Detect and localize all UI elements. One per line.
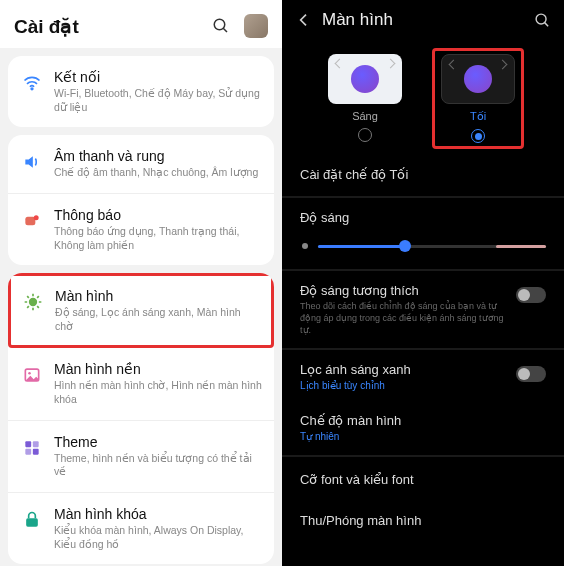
svg-rect-18 — [25, 449, 31, 455]
row-title: Kết nối — [54, 69, 262, 85]
mode-light-label: Sáng — [352, 110, 378, 122]
row-subtitle: Thông báo ứng dụng, Thanh trạng thái, Kh… — [54, 225, 262, 252]
bluelight-title: Lọc ánh sáng xanh — [300, 362, 508, 377]
settings-row[interactable]: Màn hìnhĐộ sáng, Lọc ánh sáng xanh, Màn … — [8, 273, 274, 348]
settings-row[interactable]: Âm thanh và rungChế độ âm thanh, Nhạc ch… — [8, 135, 274, 194]
settings-group: Âm thanh và rungChế độ âm thanh, Nhạc ch… — [8, 135, 274, 265]
settings-row[interactable]: Kết nốiWi-Fi, Bluetooth, Chế độ Máy bay,… — [8, 56, 274, 127]
settings-row[interactable]: Màn hình khóaKiểu khóa màn hình, Always … — [8, 493, 274, 564]
svg-rect-19 — [33, 449, 39, 455]
wallpaper-icon — [20, 363, 44, 387]
row-subtitle: Wi-Fi, Bluetooth, Chế độ Máy bay, Sử dụn… — [54, 87, 262, 114]
page-title: Cài đặt — [14, 15, 198, 38]
wifi-icon — [20, 71, 44, 95]
settings-row[interactable]: Thông báoThông báo ứng dụng, Thanh trạng… — [8, 194, 274, 265]
svg-point-15 — [28, 373, 31, 376]
svg-line-1 — [223, 28, 227, 32]
detail-title: Màn hình — [322, 10, 532, 30]
brightness-slider[interactable] — [300, 239, 546, 253]
dark-mode-settings-link[interactable]: Cài đặt chế độ Tối — [282, 155, 564, 194]
light-preview — [328, 54, 402, 104]
theme-mode-selector: Sáng Tối — [282, 40, 564, 155]
svg-point-21 — [536, 14, 546, 24]
settings-group: Màn hìnhĐộ sáng, Lọc ánh sáng xanh, Màn … — [8, 273, 274, 564]
back-icon[interactable] — [294, 10, 314, 30]
settings-header: Cài đặt — [0, 0, 282, 48]
notify-icon — [20, 209, 44, 233]
brightness-icon — [21, 290, 45, 314]
theme-icon — [20, 436, 44, 460]
row-subtitle: Hình nền màn hình chờ, Hình nền màn hình… — [54, 379, 262, 406]
svg-point-5 — [30, 299, 37, 306]
font-row[interactable]: Cỡ font và kiểu font — [282, 459, 564, 500]
row-title: Màn hình khóa — [54, 506, 262, 522]
svg-rect-17 — [33, 441, 39, 447]
adaptive-title: Độ sáng tương thích — [300, 283, 508, 298]
radio-light[interactable] — [358, 128, 372, 142]
bluelight-sub: Lịch biểu tùy chỉnh — [300, 379, 508, 393]
mode-dark-label: Tối — [470, 110, 486, 123]
dark-preview — [441, 54, 515, 104]
settings-row[interactable]: ThemeTheme, hình nền và biểu tượng có th… — [8, 421, 274, 493]
row-title: Âm thanh và rung — [54, 148, 262, 164]
row-subtitle: Kiểu khóa màn hình, Always On Display, K… — [54, 524, 262, 551]
divider — [282, 455, 564, 457]
search-icon[interactable] — [532, 10, 552, 30]
screenmode-title: Chế độ màn hình — [300, 413, 546, 428]
bluelight-row[interactable]: Lọc ánh sáng xanh Lịch biểu tùy chỉnh — [282, 352, 564, 403]
detail-header: Màn hình — [282, 0, 564, 40]
divider — [282, 269, 564, 271]
row-title: Theme — [54, 434, 262, 450]
settings-group: Kết nốiWi-Fi, Bluetooth, Chế độ Máy bay,… — [8, 56, 274, 127]
lock-icon — [20, 508, 44, 532]
mode-light[interactable]: Sáng — [322, 48, 408, 149]
svg-point-2 — [31, 88, 33, 90]
svg-rect-20 — [26, 518, 38, 526]
adaptive-sub: Theo dõi cách điều chỉnh độ sáng của bạn… — [300, 300, 508, 336]
screenmode-row[interactable]: Chế độ màn hình Tự nhiên — [282, 403, 564, 454]
svg-line-12 — [27, 306, 29, 308]
search-icon[interactable] — [210, 15, 232, 37]
sound-icon — [20, 150, 44, 174]
divider — [282, 348, 564, 350]
brightness-label: Độ sáng — [300, 210, 546, 225]
row-title: Thông báo — [54, 207, 262, 223]
svg-line-13 — [37, 296, 39, 298]
svg-rect-16 — [25, 441, 31, 447]
row-title: Màn hình — [55, 288, 261, 304]
adaptive-toggle[interactable] — [516, 287, 546, 303]
svg-line-22 — [544, 22, 548, 26]
bluelight-toggle[interactable] — [516, 366, 546, 382]
svg-point-4 — [34, 215, 39, 220]
row-subtitle: Độ sáng, Lọc ánh sáng xanh, Màn hình chờ — [55, 306, 261, 333]
sun-icon — [300, 241, 310, 251]
mode-dark[interactable]: Tối — [432, 48, 524, 149]
brightness-section: Độ sáng — [282, 200, 564, 267]
divider — [282, 196, 564, 198]
screenmode-sub: Tự nhiên — [300, 430, 546, 444]
zoom-row[interactable]: Thu/Phóng màn hình — [282, 500, 564, 541]
radio-dark[interactable] — [471, 129, 485, 143]
svg-line-10 — [27, 296, 29, 298]
row-subtitle: Theme, hình nền và biểu tượng có thể tải… — [54, 452, 262, 479]
row-subtitle: Chế độ âm thanh, Nhạc chuông, Âm lượng — [54, 166, 262, 180]
settings-row[interactable]: Màn hình nềnHình nền màn hình chờ, Hình … — [8, 348, 274, 420]
row-title: Màn hình nền — [54, 361, 262, 377]
adaptive-brightness-row[interactable]: Độ sáng tương thích Theo dõi cách điều c… — [282, 273, 564, 346]
svg-line-11 — [37, 306, 39, 308]
svg-point-0 — [214, 19, 225, 30]
avatar[interactable] — [244, 14, 268, 38]
